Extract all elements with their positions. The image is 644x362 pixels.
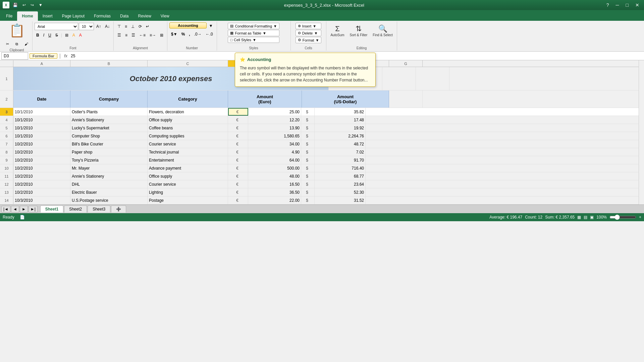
- cell-e7-sym[interactable]: $: [301, 140, 315, 148]
- cell-e9-sym[interactable]: $: [301, 156, 315, 164]
- header-category[interactable]: Category: [148, 90, 228, 108]
- merge-center-btn[interactable]: ⊞: [158, 32, 165, 39]
- cell-c11[interactable]: Office supply: [148, 172, 228, 180]
- cell-d7-sym[interactable]: €: [228, 140, 248, 148]
- cell-d4-sym[interactable]: €: [228, 116, 248, 124]
- cell-e10-sym[interactable]: $: [301, 164, 315, 172]
- cell-b11[interactable]: Annie's Stationery: [70, 172, 148, 180]
- zoom-slider[interactable]: [609, 215, 636, 220]
- autosum-btn[interactable]: Σ AutoSum: [328, 23, 346, 38]
- font-size-select[interactable]: 10: [79, 23, 94, 30]
- decrease-font-btn[interactable]: A↓: [103, 23, 111, 30]
- tab-home[interactable]: Home: [17, 11, 38, 21]
- view-normal-btn[interactable]: ▦: [577, 215, 581, 220]
- format-painter-button[interactable]: 🖌: [22, 40, 30, 48]
- cell-reference-box[interactable]: [1, 52, 28, 60]
- cell-d13-val[interactable]: 36.50: [248, 188, 301, 196]
- cell-c3[interactable]: Flowers, decoration: [148, 108, 228, 116]
- find-select-btn[interactable]: 🔍 Find & Select: [371, 23, 394, 38]
- tab-data[interactable]: Data: [115, 11, 133, 21]
- cell-e10-val[interactable]: 716.40: [315, 164, 366, 172]
- cell-e6-val[interactable]: 2,264.76: [315, 132, 366, 140]
- cell-d14-val[interactable]: 22.00: [248, 196, 301, 204]
- cell-e4-val[interactable]: 17.48: [315, 116, 366, 124]
- tab-file[interactable]: File: [1, 11, 17, 21]
- cell-a9[interactable]: 10/2/2010: [13, 156, 70, 164]
- cell-d8-sym[interactable]: €: [228, 148, 248, 156]
- sheet-tab-3[interactable]: Sheet3: [88, 205, 110, 213]
- cell-b7[interactable]: Bill's Bike Courier: [70, 140, 148, 148]
- increase-decimal-btn[interactable]: .0→: [193, 31, 203, 38]
- accounting-format-btn[interactable]: Accounting: [169, 22, 207, 28]
- cell-d12-val[interactable]: 16.50: [248, 180, 301, 188]
- cell-e13-sym[interactable]: $: [301, 188, 315, 196]
- save-qat[interactable]: 💾: [11, 2, 19, 8]
- number-format-arrow[interactable]: ▼: [207, 22, 215, 29]
- cell-e6-sym[interactable]: $: [301, 132, 315, 140]
- cell-a7[interactable]: 10/2/2010: [13, 140, 70, 148]
- cell-e3-sym[interactable]: $: [301, 108, 315, 116]
- strikethrough-btn[interactable]: S̶: [54, 32, 60, 39]
- increase-font-btn[interactable]: A↑: [95, 23, 103, 30]
- cell-d13-sym[interactable]: €: [228, 188, 248, 196]
- cell-d6-val[interactable]: 1,580.65: [248, 132, 301, 140]
- decrease-indent-btn[interactable]: ←≡: [138, 32, 147, 39]
- tab-insert[interactable]: Insert: [38, 11, 57, 21]
- col-header-a[interactable]: A: [13, 60, 70, 67]
- cell-c4[interactable]: Office supply: [148, 116, 228, 124]
- cell-d5-sym[interactable]: €: [228, 124, 248, 132]
- cell-b3[interactable]: Ostler's Plants: [70, 108, 148, 116]
- cell-a13[interactable]: 10/2/2010: [13, 188, 70, 196]
- cell-b6[interactable]: Computer Shop: [70, 132, 148, 140]
- cell-d4-val[interactable]: 12.20: [248, 116, 301, 124]
- customize-qat[interactable]: ▼: [37, 2, 44, 8]
- col-header-c[interactable]: C: [148, 60, 228, 67]
- cell-a14[interactable]: 10/3/2010: [13, 196, 70, 204]
- sheet-nav-next[interactable]: ►: [20, 206, 28, 213]
- borders-btn[interactable]: ⊞: [63, 32, 70, 39]
- cell-c8[interactable]: Technical journal: [148, 148, 228, 156]
- cell-e9-val[interactable]: 91.70: [315, 156, 366, 164]
- col-header-b[interactable]: B: [70, 60, 148, 67]
- view-pagebreak-btn[interactable]: ▣: [590, 215, 594, 220]
- copy-button[interactable]: ⧉: [13, 40, 21, 48]
- dollar-btn[interactable]: $▼: [169, 31, 179, 38]
- cell-d8-val[interactable]: 4.90: [248, 148, 301, 156]
- sheet-tab-1[interactable]: Sheet1: [40, 205, 63, 213]
- cell-d12-sym[interactable]: €: [228, 180, 248, 188]
- header-f[interactable]: [389, 90, 423, 108]
- cell-d5-val[interactable]: 13.90: [248, 124, 301, 132]
- cell-b12[interactable]: DHL: [70, 180, 148, 188]
- cell-e14-val[interactable]: 31.52: [315, 196, 366, 204]
- paste-button[interactable]: 📋: [7, 22, 27, 39]
- cell-b13[interactable]: Electric Bauer: [70, 188, 148, 196]
- tab-formulas[interactable]: Formulas: [89, 11, 115, 21]
- delete-cells-btn[interactable]: ⊖ Delete ▼: [296, 30, 322, 36]
- cell-d10-sym[interactable]: €: [228, 164, 248, 172]
- percent-btn[interactable]: %: [180, 31, 187, 38]
- middle-align-btn[interactable]: ≡: [123, 23, 129, 30]
- comma-btn[interactable]: ,: [187, 31, 192, 38]
- bold-btn[interactable]: B: [35, 32, 41, 39]
- cell-e5-sym[interactable]: $: [301, 124, 315, 132]
- sheet-nav-last[interactable]: ►|: [29, 206, 38, 213]
- cell-c13[interactable]: Lighting: [148, 188, 228, 196]
- cell-d6-sym[interactable]: €: [228, 132, 248, 140]
- zoom-in-btn[interactable]: +: [639, 215, 641, 220]
- cell-d9-sym[interactable]: €: [228, 156, 248, 164]
- font-color-btn[interactable]: A: [77, 32, 84, 39]
- underline-btn[interactable]: U: [47, 32, 53, 39]
- cell-a6[interactable]: 10/1/2010: [13, 132, 70, 140]
- maximize-btn[interactable]: □: [624, 2, 631, 8]
- cell-g1[interactable]: [416, 67, 449, 90]
- header-date[interactable]: Date: [13, 90, 70, 108]
- align-right-btn[interactable]: ☰: [130, 32, 137, 39]
- cell-b9[interactable]: Tony's Pizzeria: [70, 156, 148, 164]
- increase-indent-btn[interactable]: ≡→: [148, 32, 158, 39]
- cell-d14-sym[interactable]: €: [228, 196, 248, 204]
- wrap-text-btn[interactable]: ↵: [144, 23, 151, 30]
- redo-qat[interactable]: ↪: [29, 2, 35, 8]
- undo-qat[interactable]: ↩: [21, 2, 27, 8]
- format-cells-btn[interactable]: ⚙ Format ▼: [296, 37, 322, 43]
- header-company[interactable]: Company: [70, 90, 148, 108]
